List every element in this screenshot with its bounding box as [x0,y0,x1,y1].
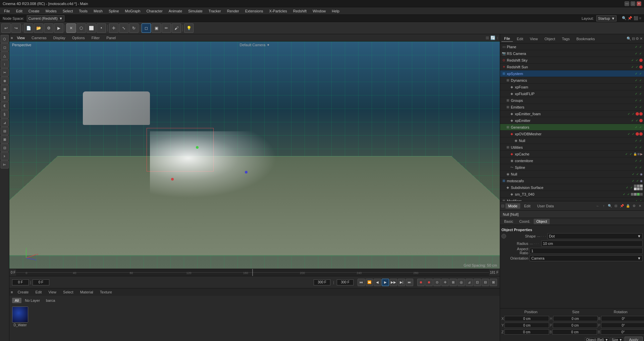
viewport-tab-view[interactable]: View [14,35,28,41]
obj-render-icon[interactable]: ✓ [639,45,643,49]
viewport-tab-options[interactable]: Options [69,35,88,41]
obj-vis-null1[interactable]: ✓ [634,139,638,143]
light-button[interactable]: 💡 [184,23,194,33]
viewport-tab-cameras[interactable]: Cameras [29,35,49,41]
props-sub-tab-basic[interactable]: Basic [501,219,516,224]
obj-vis-gen[interactable]: ✓ [634,125,638,129]
obj-row-modifiers[interactable]: ⊞ Modifiers ✓ ✓ [500,198,644,201]
timeline[interactable]: 0 F 0 40 80 120 160 200 240 280 181 F [9,269,500,276]
close-button[interactable]: ✕ [637,1,641,6]
props-up-icon[interactable]: ↑ [601,203,606,209]
coord-space-dropdown[interactable]: Size ▼ [610,337,623,341]
frame-end-input[interactable] [314,279,330,285]
menu-item-tools[interactable]: Tools [76,8,90,14]
frame-input-2[interactable] [33,279,49,285]
obj-search-icon[interactable]: 🔍 [627,37,631,41]
menu-item-simulate[interactable]: Simulate [185,8,205,14]
left-tool-12[interactable]: ⊟ [1,127,9,135]
prev-frame-button[interactable]: ⏪ [366,279,373,286]
obj-render-mod[interactable]: ✓ [639,199,643,201]
left-tool-9[interactable]: € [1,102,9,110]
autokey-button[interactable]: ⏺ [425,279,433,286]
window-controls[interactable]: — □ ✕ [625,1,641,6]
left-tool-16[interactable]: ⊨ [1,160,9,168]
obj-row-xpemitter[interactable]: ◆ xpEmitter ✓ ✓ [500,117,644,124]
obj-header-tab-tags[interactable]: Tags [559,36,572,42]
left-tool-13[interactable]: ⊠ [1,135,9,143]
size-z-input[interactable] [552,329,597,335]
obj-render-emit[interactable]: ✓ [639,105,643,109]
obj-row-rscamera[interactable]: 📷 RS Camera ✓ ✓ [500,50,644,57]
material-thumbnail[interactable] [12,306,28,323]
pos-z-input[interactable] [504,329,549,335]
left-tool-3[interactable]: △ [1,52,9,60]
obj-row-xpsystem[interactable]: ⊞ xpSystem ✓ ✓ [500,70,644,77]
obj-header-tab-view[interactable]: View [527,36,541,42]
obj-row-contenitore[interactable]: ◉ contenitore ✓ ✓ [500,157,644,164]
material-item-dwater[interactable]: D_Water [12,306,28,327]
pos-x-input[interactable] [504,316,549,321]
select-tool-button[interactable]: ◻ [142,23,151,33]
obj-settings-icon[interactable]: ⚙ [636,37,639,41]
layout-dropdown[interactable]: Startup ▼ [596,15,616,21]
obj-render-flip[interactable]: ✓ [639,92,643,96]
viewport-tab-display[interactable]: Display [51,35,68,41]
menu-item-character[interactable]: Character [144,8,165,14]
obj-render-spline[interactable]: ✓ [639,165,643,169]
left-tool-6[interactable]: ⊕ [1,77,9,85]
rotate-tool-button[interactable]: ↻ [129,23,139,33]
obj-header-tab-bookmarks[interactable]: Bookmarks [574,36,597,42]
obj-vis-emf[interactable]: ✓ [627,112,631,116]
obj-render-moto[interactable]: ✓ [636,179,640,183]
size-x-input[interactable] [553,316,598,321]
new-scene-button[interactable]: 📄 [24,23,33,33]
menu-item-render[interactable]: Render [224,8,242,14]
viewport-tab-filter[interactable]: Filter [89,35,102,41]
bottom-tab-edit[interactable]: Edit [33,289,44,295]
menu-item-file[interactable]: File [1,8,13,14]
obj-render-smt3[interactable]: ✓ [627,192,631,196]
menu-item-create[interactable]: Create [26,8,42,14]
menu-item-mesh[interactable]: Mesh [91,8,105,14]
obj-vis-util[interactable]: ✓ [634,145,638,149]
obj-render-icon-2[interactable]: ✓ [639,52,643,56]
obj-row-xpfluidflip[interactable]: ◆ xpFluidFLIP ✓ ✓ [500,90,644,97]
left-tool-10[interactable]: § [1,110,9,118]
menu-item-modes[interactable]: Modes [43,8,59,14]
obj-row-utilities[interactable]: ⊞ Utilities ✓ ✓ [500,144,644,151]
render-button[interactable]: ▶ [54,23,63,33]
obj-render-groups[interactable]: ✓ [639,98,643,103]
bottom-menu-icon[interactable]: ≡ [11,290,13,294]
obj-row-redshiftsun[interactable]: ☀ Redshift Sun ✓ ✓ [500,64,644,70]
jump-end-button[interactable]: ⏭ [406,279,413,286]
obj-row-xpemitterfoam[interactable]: ◆ xpEmitter_foam ✓ ✓ [500,111,644,117]
scale-tool-button[interactable]: ⤡ [119,23,128,33]
model-mode-button[interactable]: ✕ [66,23,76,33]
obj-row-emitters[interactable]: ⊞ Emitters ✓ ✓ [500,104,644,111]
viewport-canvas[interactable]: Perspective Default Camera ✦ [9,42,500,269]
obj-vis-icon[interactable]: ✓ [634,45,638,49]
apply-button[interactable]: Apply [625,337,643,341]
shape-radio[interactable] [501,234,506,238]
props-sub-tab-object[interactable]: Object [534,219,550,224]
obj-vis-sun[interactable]: ✓ [631,65,635,69]
obj-vis-icon-2[interactable]: ✓ [634,52,638,56]
menu-item-spline[interactable]: Spline [106,8,122,14]
left-tool-7[interactable]: ⊞ [1,85,9,93]
viewport-menu-icon[interactable]: ≡ [11,36,13,40]
obj-header-tab-object[interactable]: Object [542,36,558,42]
timeline-ruler[interactable]: 0 40 80 120 160 200 240 280 [16,269,489,276]
obj-row-null2[interactable]: ◉ Null ✓ ✓ ◉ [500,171,644,178]
transform-handle-green[interactable] [196,146,199,149]
menu-item-tracker[interactable]: Tracker [206,8,224,14]
obj-row-xpfoam[interactable]: ◆ xpFoam ✓ ✓ [500,84,644,90]
obj-row-smt3[interactable]: ◆ sm_T3_040 ✓ ✓ [500,191,644,198]
play-reverse-button[interactable]: ▶▶ [390,279,397,286]
menu-item-edit[interactable]: Edit [13,8,25,14]
obj-render-emf[interactable]: ✓ [631,112,635,116]
rot-x-input[interactable] [601,316,644,321]
obj-render-foam[interactable]: ✓ [639,85,643,89]
layer-tab-barca[interactable]: barca [43,298,58,303]
menu-item-window[interactable]: Window [310,8,328,14]
menu-item-extensions[interactable]: Extensions [243,8,266,14]
